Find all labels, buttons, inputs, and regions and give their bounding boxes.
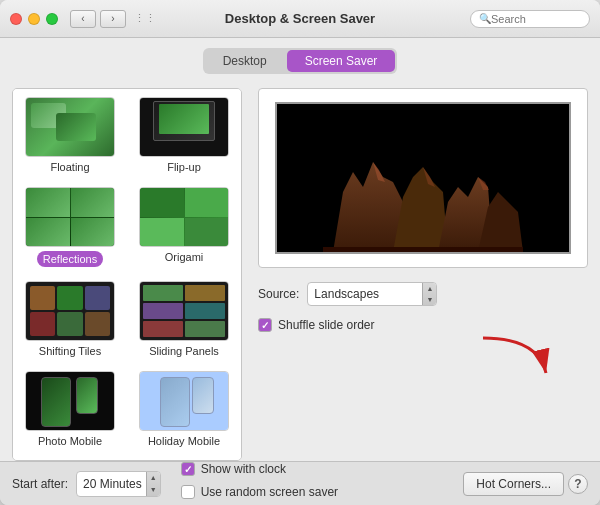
minutes-value: 20 Minutes — [83, 477, 142, 491]
preview-panel: Source: Landscapes ▲ ▼ Shuffle slide ord… — [242, 88, 588, 461]
screensaver-grid: Floating Flip-up Reflections — [13, 89, 241, 461]
ss-label-floating: Floating — [50, 161, 89, 173]
search-box[interactable]: 🔍 — [470, 10, 590, 28]
screensaver-list: Floating Flip-up Reflections — [12, 88, 242, 461]
titlebar: ‹ › ⋮⋮ Desktop & Screen Saver 🔍 — [0, 0, 600, 38]
minutes-select[interactable]: 20 Minutes ▲ ▼ — [76, 471, 161, 497]
maximize-button[interactable] — [46, 13, 58, 25]
shuffle-label: Shuffle slide order — [278, 318, 375, 332]
start-after-label: Start after: — [12, 477, 68, 491]
source-row: Source: Landscapes ▲ ▼ — [258, 282, 588, 306]
ss-label-origami: Origami — [165, 251, 204, 263]
tab-desktop[interactable]: Desktop — [205, 50, 285, 72]
tab-group: Desktop Screen Saver — [203, 48, 398, 74]
shuffle-checkbox[interactable] — [258, 318, 272, 332]
bottom-checkboxes: Show with clock Use random screen saver — [181, 462, 338, 505]
shuffle-row: Shuffle slide order — [258, 318, 588, 332]
random-saver-label: Use random screen saver — [201, 485, 338, 499]
ss-item-shifting[interactable]: Shifting Tiles — [13, 273, 127, 363]
ss-label-sliding: Sliding Panels — [149, 345, 219, 357]
close-button[interactable] — [10, 13, 22, 25]
app-window: ‹ › ⋮⋮ Desktop & Screen Saver 🔍 Desktop … — [0, 0, 600, 505]
ss-thumb-flipup — [139, 97, 229, 157]
source-label: Source: — [258, 287, 299, 301]
source-stepper[interactable]: ▲ ▼ — [422, 283, 436, 305]
minutes-stepper[interactable]: ▲ ▼ — [146, 472, 160, 496]
traffic-lights — [10, 13, 58, 25]
minutes-stepper-up[interactable]: ▲ — [147, 472, 160, 484]
right-buttons: Hot Corners... ? — [463, 472, 588, 496]
window-title: Desktop & Screen Saver — [225, 11, 375, 26]
forward-button[interactable]: › — [100, 10, 126, 28]
ss-item-reflections[interactable]: Reflections — [13, 179, 127, 273]
back-button[interactable]: ‹ — [70, 10, 96, 28]
preview-area — [258, 88, 588, 268]
random-saver-row: Use random screen saver — [181, 485, 338, 499]
ss-item-flipup[interactable]: Flip-up — [127, 89, 241, 179]
bottom-bar: Start after: 20 Minutes ▲ ▼ Show with cl… — [0, 461, 600, 505]
ss-label-reflections: Reflections — [37, 251, 103, 267]
hot-corners-button[interactable]: Hot Corners... — [463, 472, 564, 496]
ss-item-photo-mobile[interactable]: Photo Mobile — [13, 363, 127, 453]
svg-marker-1 — [393, 167, 448, 252]
source-select[interactable]: Landscapes ▲ ▼ — [307, 282, 437, 306]
ss-item-sliding[interactable]: Sliding Panels — [127, 273, 241, 363]
ss-thumb-photo-mobile — [25, 371, 115, 431]
svg-rect-4 — [323, 247, 523, 252]
arrow-area — [258, 338, 588, 388]
ss-item-photo-wall[interactable]: Photo Wall — [13, 453, 127, 461]
rock-formation-svg — [323, 132, 523, 252]
source-value: Landscapes — [314, 287, 416, 301]
ss-item-floating[interactable]: Floating — [13, 89, 127, 179]
preview-inner — [275, 102, 570, 253]
show-clock-label: Show with clock — [201, 462, 286, 476]
ss-thumb-reflections — [25, 187, 115, 247]
ss-label-flipup: Flip-up — [167, 161, 201, 173]
minimize-button[interactable] — [28, 13, 40, 25]
grid-icon[interactable]: ⋮⋮ — [134, 12, 156, 25]
ss-thumb-sliding — [139, 281, 229, 341]
nav-buttons: ‹ › — [70, 10, 126, 28]
show-clock-row: Show with clock — [181, 462, 338, 476]
ss-thumb-floating — [25, 97, 115, 157]
red-arrow — [478, 333, 558, 388]
ss-thumb-holiday-mobile — [139, 371, 229, 431]
show-clock-checkbox[interactable] — [181, 462, 195, 476]
ss-label-holiday-mobile: Holiday Mobile — [148, 435, 220, 447]
stepper-down[interactable]: ▼ — [423, 294, 436, 305]
ss-thumb-shifting — [25, 281, 115, 341]
random-saver-checkbox[interactable] — [181, 485, 195, 499]
help-button[interactable]: ? — [568, 474, 588, 494]
content-area: Floating Flip-up Reflections — [0, 82, 600, 461]
tab-screen-saver[interactable]: Screen Saver — [287, 50, 396, 72]
ss-item-origami[interactable]: Origami — [127, 179, 241, 273]
controls-area: Source: Landscapes ▲ ▼ Shuffle slide ord… — [258, 282, 588, 388]
search-icon: 🔍 — [479, 13, 491, 24]
ss-label-photo-mobile: Photo Mobile — [38, 435, 102, 447]
minutes-stepper-down[interactable]: ▼ — [147, 484, 160, 496]
ss-thumb-origami — [139, 187, 229, 247]
ss-item-vintage[interactable]: Vintage Prints — [127, 453, 241, 461]
tabs-bar: Desktop Screen Saver — [0, 38, 600, 82]
search-input[interactable] — [491, 13, 581, 25]
preview-landscape — [277, 104, 568, 251]
ss-label-shifting: Shifting Tiles — [39, 345, 101, 357]
ss-item-holiday-mobile[interactable]: Holiday Mobile — [127, 363, 241, 453]
stepper-up[interactable]: ▲ — [423, 283, 436, 294]
